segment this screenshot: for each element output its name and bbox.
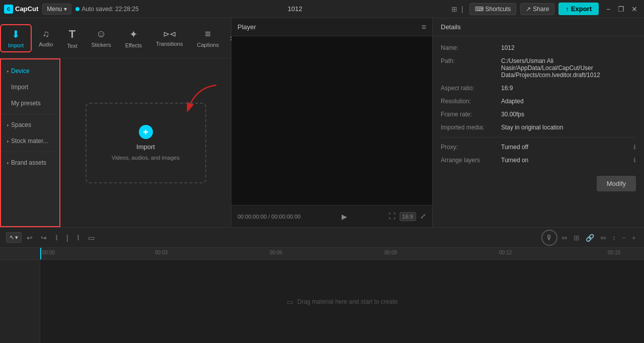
tab-captions-label: Captions	[197, 42, 218, 48]
path-value: C:/Users/Usman Ali Nasir/AppData/Local/C…	[501, 57, 636, 79]
sidebar-item-device[interactable]: ▸ Device	[1, 63, 59, 79]
undo-button[interactable]: ↩	[24, 232, 36, 244]
sidebar-nav: ▸ Device Import My presets ▸ Spaces ▸ St…	[0, 58, 60, 227]
sidebar-label-spaces: Spaces	[11, 121, 31, 128]
ruler-mark-2: 00:06	[270, 250, 282, 255]
path-label: Path:	[441, 57, 501, 64]
mic-button[interactable]: 🎙	[541, 230, 557, 246]
import-box-wrapper: + Import Videos, audios, and images	[86, 103, 206, 183]
text-icon: T	[69, 28, 75, 41]
name-label: Name:	[441, 44, 501, 51]
tab-captions[interactable]: ≡ Captions	[190, 25, 225, 51]
sidebar-label-device: Device	[11, 67, 30, 75]
sidebar-item-stock[interactable]: ▸ Stock mater...	[1, 133, 59, 149]
toolbar-tabs: ⬇ Import ♫ Audio T Text ☺ Stickers ✦ Eff…	[0, 18, 231, 58]
framerate-value: 30.00fps	[501, 111, 636, 118]
export-button[interactable]: ↑ Export	[558, 3, 599, 15]
player-time: 00:00:00:00 / 00:00:00:00	[237, 214, 300, 220]
details-divider	[441, 137, 636, 138]
collapse-button[interactable]: ⇔	[598, 232, 608, 244]
details-content: Name: 1012 Path: C:/Users/Usman Ali Nasi…	[433, 36, 644, 227]
trim-button[interactable]: ⌇	[73, 232, 83, 244]
tab-import[interactable]: ⬇ Import	[0, 24, 32, 52]
tab-effects[interactable]: ✦ Effects	[118, 25, 149, 51]
select-tool[interactable]: ↖ ▾	[6, 232, 22, 243]
arrange-info-icon[interactable]: ℹ	[633, 157, 636, 164]
player-panel: Player ≡ 00:00:00:00 / 00:00:00:00 ▶ ⛶ 1…	[231, 18, 433, 227]
select-chevron: ▾	[15, 234, 18, 241]
split-left-button[interactable]: ⌇	[52, 232, 61, 244]
close-button[interactable]: ✕	[629, 4, 640, 15]
track-drop-area[interactable]: ▭ Drag material here and start to create	[40, 260, 644, 343]
tab-text-label: Text	[67, 43, 77, 49]
arrange-value: Turned on	[501, 157, 631, 164]
titlebar: C CapCut Menu ▾ Auto saved: 22:28:25 101…	[0, 0, 644, 18]
play-button[interactable]: ▶	[342, 213, 347, 221]
sidebar-item-import[interactable]: Import	[1, 80, 59, 95]
import-drop-zone[interactable]: + Import Videos, audios, and images	[86, 103, 206, 183]
drag-hint-icon: ▭	[287, 298, 293, 306]
aspect-value: 16:9	[501, 85, 636, 92]
crop-button[interactable]: ▭	[85, 232, 98, 244]
layers-button[interactable]: ↕	[610, 232, 618, 244]
sidebar-item-presets[interactable]: My presets	[1, 96, 59, 111]
left-panel: ⬇ Import ♫ Audio T Text ☺ Stickers ✦ Eff…	[0, 18, 231, 227]
resolution-label: Resolution:	[441, 98, 501, 105]
minimize-button[interactable]: −	[603, 4, 614, 15]
detail-framerate-row: Frame rate: 30.00fps	[441, 111, 636, 118]
layout-icon[interactable]: ⊞	[451, 5, 457, 13]
sidebar-item-spaces[interactable]: ▸ Spaces	[1, 117, 59, 132]
lock-button[interactable]: 🔗	[584, 232, 596, 244]
sidebar-label-presets: My presets	[11, 100, 41, 107]
tab-transitions-label: Transitions	[156, 41, 183, 47]
proxy-value: Turned off	[501, 144, 631, 151]
detail-path-row: Path: C:/Users/Usman Ali Nasir/AppData/L…	[441, 57, 636, 79]
media-label: Imported media:	[441, 124, 501, 131]
details-title: Details	[441, 23, 461, 31]
import-icon: ⬇	[12, 28, 20, 40]
detail-media-row: Imported media: Stay in original locatio…	[441, 124, 636, 131]
ruler-mark-0: 00:00	[42, 250, 55, 255]
maximize-button[interactable]: ❐	[616, 4, 627, 15]
audio-icon: ♫	[43, 29, 50, 39]
logo-icon: C	[4, 5, 13, 14]
tab-audio[interactable]: ♫ Audio	[32, 26, 60, 50]
zoom-out-button[interactable]: −	[620, 232, 628, 244]
titlebar-left: C CapCut Menu ▾ Auto saved: 22:28:25	[4, 4, 139, 15]
modify-button[interactable]: Modify	[597, 176, 636, 191]
resolution-value: Adapted	[501, 98, 636, 105]
link-button[interactable]: ⇔	[559, 232, 570, 244]
spaces-arrow: ▸	[7, 123, 9, 127]
tab-transitions[interactable]: ⊳⊲ Transitions	[149, 26, 190, 50]
track-labels	[0, 248, 40, 343]
tab-import-label: Import	[8, 42, 24, 48]
sidebar-item-brand[interactable]: ▸ Brand assets	[1, 155, 59, 170]
tab-text[interactable]: T Text	[60, 25, 84, 52]
timeline-needle	[40, 248, 41, 260]
drag-hint-text: Drag material here and start to create	[297, 298, 397, 305]
fullscreen-button[interactable]: ⤢	[420, 212, 426, 221]
menu-button[interactable]: Menu ▾	[42, 4, 71, 15]
proxy-info-icon[interactable]: ℹ	[633, 144, 636, 151]
window-controls: − ❐ ✕	[603, 4, 640, 15]
detail-arrange-row: Arrange layers Turned on ℹ	[441, 157, 636, 164]
tab-stickers-label: Stickers	[92, 42, 111, 48]
magnet-button[interactable]: ⊞	[572, 232, 582, 244]
time-total: 00:00:00:00	[271, 214, 300, 220]
redo-button[interactable]: ↪	[38, 232, 50, 244]
tab-stickers[interactable]: ☺ Stickers	[85, 25, 118, 51]
media-value: Stay in original location	[501, 124, 636, 131]
split-right-button[interactable]: |	[63, 232, 71, 244]
aspect-ratio-button[interactable]: 16:9	[399, 212, 416, 221]
fit-button[interactable]: ⛶	[388, 212, 395, 221]
aspect-label: Aspect ratio:	[441, 85, 501, 92]
shortcuts-label: Shortcuts	[486, 6, 511, 13]
drag-hint: ▭ Drag material here and start to create	[287, 298, 397, 306]
share-button[interactable]: ↗ Share	[520, 3, 554, 15]
shortcuts-button[interactable]: ⌨ Shortcuts	[469, 3, 517, 15]
share-label: Share	[533, 6, 549, 13]
zoom-in-button[interactable]: +	[630, 232, 638, 244]
player-menu-button[interactable]: ≡	[422, 23, 426, 32]
autosave-text: Auto saved: 22:28:25	[82, 6, 138, 13]
sidebar-label-import: Import	[11, 84, 28, 91]
